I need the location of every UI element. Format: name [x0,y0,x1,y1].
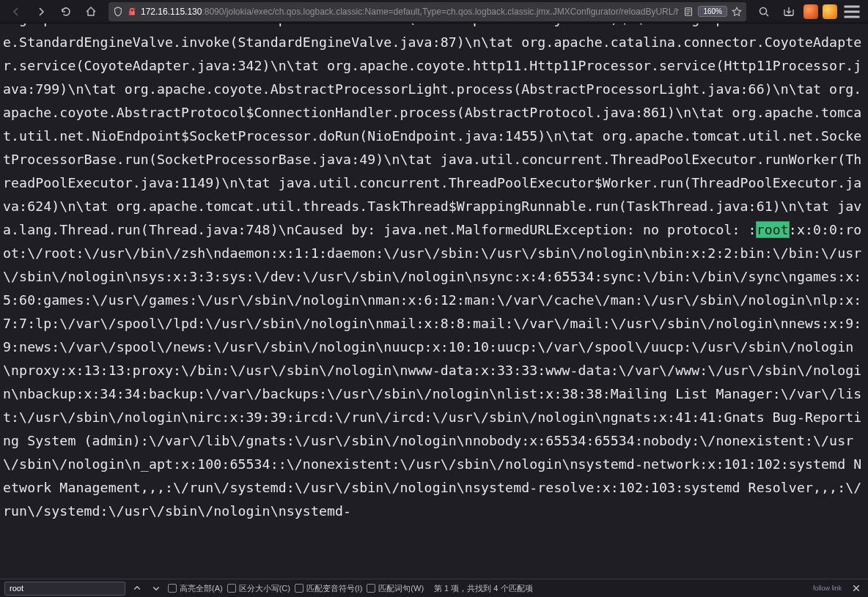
find-bar: 高亮全部(A) 区分大小写(C) 匹配变音符号(I) 匹配词句(W) 第 1 项… [0,579,868,597]
bookmark-star-icon[interactable] [732,7,742,17]
extension-icon-2[interactable] [823,4,837,19]
stacktrace-post: :x:0:0:root:\/root:\/usr\/bin\/zsh\ndaem… [3,222,861,519]
find-highlight: root [757,222,789,237]
page-content: org.apache.catalina.valves.ErrorReportVa… [0,23,868,579]
svg-point-1 [760,7,767,14]
find-input[interactable] [4,582,125,596]
checkbox-icon [227,584,236,593]
checkbox-icon [168,584,177,593]
reader-mode-icon[interactable] [683,7,694,17]
stacktrace-pre: org.apache.catalina.valves.ErrorReportVa… [3,23,861,237]
find-status: 第 1 项，共找到 4 个匹配项 [434,583,532,594]
find-next-button[interactable] [149,581,163,596]
nav-back-button[interactable] [6,1,26,22]
find-prev-button[interactable] [130,581,144,596]
browser-toolbar: 172.16.115.130:8090/jolokia/exec/ch.qos.… [0,0,868,23]
checkbox-icon [367,584,375,593]
address-bar[interactable]: 172.16.115.130:8090/jolokia/exec/ch.qos.… [108,2,746,21]
lock-insecure-icon [128,7,136,16]
app-menu-button[interactable] [842,1,862,22]
find-hint: follow link [813,585,842,592]
find-match-case[interactable]: 区分大小写(C) [227,583,290,594]
zoom-badge[interactable]: 160% [698,6,727,17]
search-button[interactable] [754,1,774,22]
nav-home-button[interactable] [81,1,101,22]
nav-reload-button[interactable] [56,1,76,22]
checkbox-icon [295,584,304,593]
shield-icon [113,7,123,17]
url-text: 172.16.115.130:8090/jolokia/exec/ch.qos.… [141,7,679,17]
downloads-button[interactable] [779,1,799,22]
extension-icon-1[interactable] [803,4,818,19]
find-highlight-all[interactable]: 高亮全部(A) [168,583,223,594]
find-whole-words[interactable]: 匹配词句(W) [367,583,424,594]
nav-forward-button[interactable] [31,1,51,22]
find-close-button[interactable] [849,581,864,596]
find-match-diacritics[interactable]: 匹配变音符号(I) [295,583,362,594]
